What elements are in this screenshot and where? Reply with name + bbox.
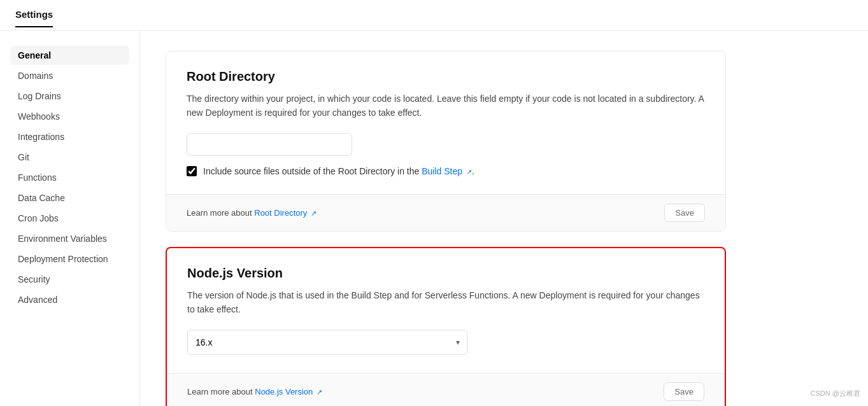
settings-nav-title[interactable]: Settings [15, 9, 53, 27]
external-link-icon-3: ↗ [317, 388, 322, 396]
root-directory-link[interactable]: Root Directory ↗ [254, 208, 317, 218]
root-directory-title: Root Directory [187, 69, 705, 84]
nodejs-version-card-body: Node.js Version The version of Node.js t… [167, 248, 725, 373]
main-content: Root Directory The directory within your… [140, 31, 751, 406]
sidebar-item-domains[interactable]: Domains [10, 66, 129, 85]
nodejs-version-save-button[interactable]: Save [664, 382, 704, 401]
root-directory-description: The directory within your project, in wh… [187, 92, 705, 120]
sidebar-item-cron-jobs[interactable]: Cron Jobs [10, 209, 129, 228]
sidebar-item-log-drains[interactable]: Log Drains [10, 87, 129, 106]
nodejs-version-select-wrap: 16.x18.x20.x ▾ [187, 330, 467, 355]
nodejs-version-link[interactable]: Node.js Version ↗ [255, 387, 322, 396]
root-directory-card-body: Root Directory The directory within your… [166, 52, 725, 194]
include-source-label: Include source files outside of the Root… [203, 166, 474, 176]
sidebar-item-functions[interactable]: Functions [10, 168, 129, 187]
root-directory-footer-text: Learn more about Root Directory ↗ [187, 208, 317, 218]
root-directory-card: Root Directory The directory within your… [166, 51, 726, 232]
nodejs-version-card: Node.js Version The version of Node.js t… [166, 247, 726, 406]
external-link-icon: ↗ [466, 168, 472, 176]
nodejs-version-footer-text: Learn more about Node.js Version ↗ [187, 387, 322, 396]
root-directory-input[interactable] [187, 133, 352, 156]
sidebar-item-security[interactable]: Security [10, 270, 129, 289]
sidebar-item-git[interactable]: Git [10, 148, 129, 167]
build-step-link[interactable]: Build Step ↗ [422, 166, 472, 176]
external-link-icon-2: ↗ [311, 209, 317, 218]
root-directory-save-button[interactable]: Save [664, 204, 705, 222]
include-source-checkbox[interactable] [187, 166, 197, 176]
watermark: CSDN @云稚君 [811, 389, 860, 398]
sidebar-item-integrations[interactable]: Integrations [10, 127, 129, 146]
sidebar-item-general[interactable]: General [10, 46, 129, 65]
sidebar-item-advanced[interactable]: Advanced [10, 290, 129, 309]
root-directory-card-footer: Learn more about Root Directory ↗ Save [166, 194, 725, 231]
nodejs-version-select[interactable]: 16.x18.x20.x [187, 330, 467, 355]
nodejs-version-card-footer: Learn more about Node.js Version ↗ Save [167, 373, 725, 406]
main-layout: GeneralDomainsLog DrainsWebhooksIntegrat… [0, 31, 868, 406]
root-directory-checkbox-row: Include source files outside of the Root… [187, 166, 705, 176]
sidebar-item-data-cache[interactable]: Data Cache [10, 188, 129, 207]
sidebar-item-deployment-protection[interactable]: Deployment Protection [10, 249, 129, 269]
sidebar-item-webhooks[interactable]: Webhooks [10, 107, 129, 126]
sidebar-item-environment-variables[interactable]: Environment Variables [10, 229, 129, 248]
nodejs-version-description: The version of Node.js that is used in t… [187, 288, 704, 317]
nodejs-version-title: Node.js Version [187, 266, 704, 281]
sidebar: GeneralDomainsLog DrainsWebhooksIntegrat… [0, 31, 140, 406]
top-nav: Settings [0, 0, 868, 31]
